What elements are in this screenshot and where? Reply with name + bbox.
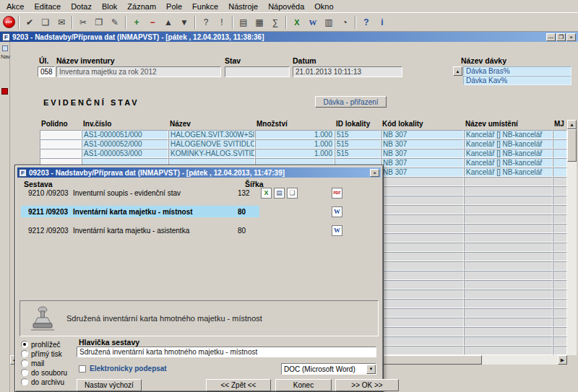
table-cell[interactable]: [40, 139, 82, 149]
table-cell[interactable]: NB 307: [381, 149, 464, 158]
batch-item[interactable]: Dávka Kav%: [463, 76, 571, 85]
cut-icon[interactable]: ✂: [76, 15, 90, 30]
menu-item[interactable]: Nástroje: [223, 1, 263, 12]
end-button[interactable]: Konec: [275, 379, 332, 391]
menu-item[interactable]: Akce: [1, 1, 29, 12]
batch-item[interactable]: Dávka Bras%: [463, 66, 571, 76]
table-cell[interactable]: [40, 130, 82, 139]
mdi-titlebar[interactable]: F 9203 - Nadstavby/Příprava dat (INMAPVS…: [0, 32, 578, 42]
radio-option[interactable]: mail: [21, 359, 44, 367]
word-icon[interactable]: W: [332, 206, 342, 217]
scroll-right-icon[interactable]: ▶: [558, 355, 567, 365]
list-icon[interactable]: ▤: [236, 15, 251, 30]
table-cell[interactable]: [553, 130, 567, 139]
html-icon[interactable]: ▤: [274, 188, 285, 199]
next-record-icon[interactable]: ▼: [177, 15, 191, 30]
calculator-icon[interactable]: ∑: [268, 15, 282, 30]
ok-button[interactable]: >> OK >>: [335, 379, 399, 391]
table-cell[interactable]: NB 307: [381, 139, 464, 149]
table-cell[interactable]: AS1-0000052/000: [82, 139, 168, 149]
status-field[interactable]: [225, 66, 290, 77]
table-cell[interactable]: [40, 149, 82, 158]
radio-option[interactable]: do archivu: [21, 378, 64, 386]
table-cell[interactable]: [553, 139, 567, 149]
excel-icon[interactable]: X: [261, 188, 272, 199]
help-icon[interactable]: ?: [359, 15, 374, 30]
word-icon[interactable]: W: [306, 15, 320, 30]
exit-button[interactable]: EXIT: [3, 16, 15, 28]
menu-item[interactable]: Záznam: [122, 1, 161, 12]
table-cell[interactable]: HALOGENOVE SVITIDLO 300W: [168, 139, 255, 149]
table-cell[interactable]: [553, 158, 567, 167]
chevron-down-icon[interactable]: ▼: [366, 365, 376, 374]
commit-icon[interactable]: ✔: [22, 15, 37, 30]
back-button[interactable]: << Zpět <<: [206, 379, 271, 391]
sign-checkbox[interactable]: [79, 365, 86, 373]
print-icon[interactable]: ❏: [38, 15, 53, 30]
scroll-up-icon[interactable]: ▲: [567, 120, 577, 129]
enter-query-icon[interactable]: ?: [199, 15, 213, 30]
restore-button[interactable]: ❐: [556, 33, 566, 41]
vertical-scroll-thumb[interactable]: [567, 129, 577, 162]
table-cell[interactable]: KOMINKY-HALOG.SVITIDLO 300W: [168, 149, 255, 158]
table-cell[interactable]: 1.000: [255, 149, 335, 158]
vertical-scrollbar[interactable]: ▲ ▼: [567, 120, 577, 365]
table-cell[interactable]: Kancelář [] NB-kancelář: [464, 149, 553, 158]
execute-query-icon[interactable]: !: [215, 15, 229, 30]
report-row[interactable]: 9210 /09203Inventurní soupis - evidenční…: [21, 187, 379, 199]
table-cell[interactable]: AS1-0000053/000: [82, 149, 168, 158]
radio-option[interactable]: prohlížeč: [21, 340, 61, 349]
menu-item[interactable]: Editace: [29, 1, 66, 12]
table-cell[interactable]: 1.000: [255, 139, 335, 149]
menu-item[interactable]: Okno: [309, 1, 338, 12]
edit-icon[interactable]: ✎: [108, 15, 122, 30]
table-cell[interactable]: 515: [335, 139, 381, 149]
inventory-name-field[interactable]: Inventura majetku za rok 2012: [56, 66, 221, 77]
table-cell[interactable]: [553, 149, 567, 158]
dialog-close-icon[interactable]: ×: [370, 169, 379, 177]
info-icon[interactable]: i: [375, 15, 389, 30]
table-cell[interactable]: Kancelář [] NB-kancelář: [464, 139, 553, 149]
date-field[interactable]: 21.01.2013 10:11:13: [293, 66, 402, 77]
radio-option[interactable]: přímý tisk: [21, 349, 62, 358]
radio-option[interactable]: do souboru: [21, 368, 67, 377]
nav-strip[interactable]: Nav: [0, 42, 10, 392]
table-cell[interactable]: 515: [335, 130, 381, 139]
mail-icon[interactable]: ✉: [54, 15, 69, 30]
table-cell[interactable]: NB 307: [381, 167, 464, 177]
report-header-input[interactable]: [77, 347, 376, 357]
table-cell[interactable]: [553, 167, 567, 177]
menu-item[interactable]: Pole: [161, 1, 187, 12]
previous-record-icon[interactable]: ▲: [161, 15, 176, 30]
table-cell[interactable]: 515: [335, 149, 381, 158]
calendar-icon[interactable]: ▦: [252, 15, 267, 30]
table-cell[interactable]: Kancelář [] NB-kancelář: [464, 158, 553, 167]
copy-icon[interactable]: ❐: [92, 15, 106, 30]
insert-record-icon[interactable]: +: [129, 15, 144, 30]
table-cell[interactable]: HALOGEN.SVIT.300W+SET SIFONU: [168, 130, 255, 139]
menu-item[interactable]: Funkce: [187, 1, 223, 12]
set-default-button[interactable]: Nastav výchozí: [77, 379, 142, 391]
dialog-titlebar[interactable]: F 09203 - Nadstavby/Příprava dat (INMAPV…: [17, 167, 381, 178]
menu-item[interactable]: Dotaz: [66, 1, 97, 12]
sign-option[interactable]: Elektronicky podepsat: [79, 365, 167, 373]
table-cell[interactable]: 1.000: [255, 130, 335, 139]
menu-item[interactable]: Blok: [97, 1, 122, 12]
ul-field[interactable]: 058: [38, 66, 55, 77]
table-cell[interactable]: Kancelář [] NB-kancelář: [464, 130, 553, 139]
table-cell[interactable]: NB 307: [381, 158, 464, 167]
globe-icon[interactable]: ◔: [337, 15, 352, 30]
table-cell[interactable]: NB 307: [381, 130, 464, 139]
table-cell[interactable]: Kancelář [] NB-kancelář: [464, 167, 553, 177]
word-icon[interactable]: W: [332, 225, 342, 236]
batch-scroll-up-icon[interactable]: ▲: [453, 66, 462, 76]
close-button[interactable]: ×: [566, 33, 576, 41]
delete-record-icon[interactable]: −: [145, 15, 160, 30]
print-icon[interactable]: ❏: [287, 188, 298, 199]
report-row[interactable]: 9211 /09203Inventární karta majetku - mí…: [21, 206, 379, 217]
minimize-button[interactable]: —: [546, 33, 556, 41]
table-cell[interactable]: AS1-0000051/000: [82, 130, 168, 139]
batch-assign-button[interactable]: Dávka - přiřazení: [315, 96, 387, 108]
pdf-icon[interactable]: PDF: [332, 188, 342, 199]
report-row[interactable]: 9212 /09203Inventární karta majetku - as…: [21, 225, 379, 236]
